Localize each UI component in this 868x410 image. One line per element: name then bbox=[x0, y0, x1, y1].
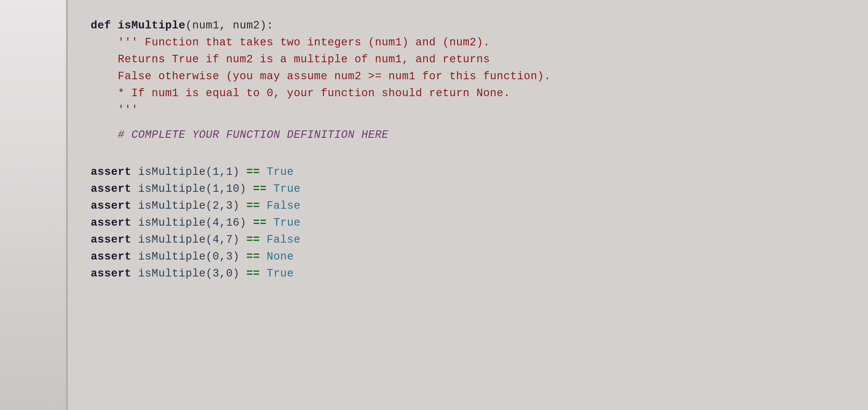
assert-value-0: True bbox=[267, 164, 294, 181]
assert-line-2: assert isMultiple(2,3) == False bbox=[91, 197, 845, 215]
docstring-line-4: * If num1 is equal to 0, your function s… bbox=[91, 85, 845, 102]
assert-call-6: isMultiple(3,0) bbox=[138, 265, 240, 282]
assert-value-6: True bbox=[267, 265, 294, 282]
spacer-1 bbox=[91, 119, 845, 127]
docstring-text-1: ''' Function that takes two integers (nu… bbox=[91, 34, 490, 51]
assert-keyword-6: assert bbox=[91, 265, 138, 282]
assert-value-3: True bbox=[273, 215, 300, 231]
docstring-line-1: ''' Function that takes two integers (nu… bbox=[91, 34, 845, 51]
assert-call-3: isMultiple(4,16) bbox=[138, 215, 246, 231]
spacer-2 bbox=[91, 144, 845, 156]
assert-op-6: == bbox=[240, 265, 267, 282]
assert-call-4: isMultiple(4,7) bbox=[138, 231, 240, 248]
assert-value-4: False bbox=[267, 231, 301, 248]
assert-line-3: assert isMultiple(4,16) == True bbox=[91, 215, 845, 231]
assert-op-0: == bbox=[240, 164, 267, 181]
comment-line: # COMPLETE YOUR FUNCTION DEFINITION HERE bbox=[91, 127, 845, 144]
assert-keyword-5: assert bbox=[91, 248, 138, 265]
docstring-text-3: False otherwise (you may assume num2 >= … bbox=[91, 68, 551, 85]
assert-line-6: assert isMultiple(3,0) == True bbox=[91, 265, 845, 282]
assert-call-2: isMultiple(2,3) bbox=[138, 197, 240, 215]
assert-op-1: == bbox=[246, 181, 273, 197]
assert-keyword-0: assert bbox=[91, 164, 138, 181]
assert-keyword-2: assert bbox=[91, 197, 138, 215]
assert-call-0: isMultiple(1,1) bbox=[138, 164, 240, 181]
def-line: def isMultiple(num1, num2): bbox=[91, 17, 845, 34]
func-name: isMultiple bbox=[118, 17, 185, 34]
assert-keyword-4: assert bbox=[91, 231, 138, 248]
docstring-text-4: * If num1 is equal to 0, your function s… bbox=[91, 85, 510, 102]
assert-line-4: assert isMultiple(4,7) == False bbox=[91, 231, 845, 248]
assert-keyword-3: assert bbox=[91, 215, 138, 231]
comment-text: # COMPLETE YOUR FUNCTION DEFINITION HERE bbox=[91, 127, 389, 144]
assert-value-5: None bbox=[267, 248, 294, 265]
docstring-line-5: ''' bbox=[91, 102, 845, 119]
assert-keyword-1: assert bbox=[91, 181, 138, 197]
main-content: def isMultiple(num1, num2): ''' Function… bbox=[68, 0, 868, 410]
docstring-line-2: Returns True if num2 is a multiple of nu… bbox=[91, 51, 845, 68]
docstring-line-3: False otherwise (you may assume num2 >= … bbox=[91, 68, 845, 85]
spacer-3 bbox=[91, 156, 845, 164]
assert-op-5: == bbox=[240, 248, 267, 265]
left-panel bbox=[0, 0, 66, 410]
docstring-text-5: ''' bbox=[91, 102, 138, 119]
assert-value-2: False bbox=[267, 197, 301, 215]
def-keyword: def bbox=[91, 17, 118, 34]
assert-line-0: assert isMultiple(1,1) == True bbox=[91, 164, 845, 181]
assert-op-4: == bbox=[240, 231, 267, 248]
assert-op-3: == bbox=[246, 215, 273, 231]
assert-value-1: True bbox=[273, 181, 300, 197]
assert-call-5: isMultiple(0,3) bbox=[138, 248, 240, 265]
assert-call-1: isMultiple(1,10) bbox=[138, 181, 246, 197]
assert-line-1: assert isMultiple(1,10) == True bbox=[91, 181, 845, 197]
code-block: def isMultiple(num1, num2): ''' Function… bbox=[91, 17, 845, 282]
docstring-text-2: Returns True if num2 is a multiple of nu… bbox=[91, 51, 490, 68]
func-params: (num1, num2): bbox=[185, 17, 273, 34]
assert-op-2: == bbox=[240, 197, 267, 215]
assert-line-5: assert isMultiple(0,3) == None bbox=[91, 248, 845, 265]
